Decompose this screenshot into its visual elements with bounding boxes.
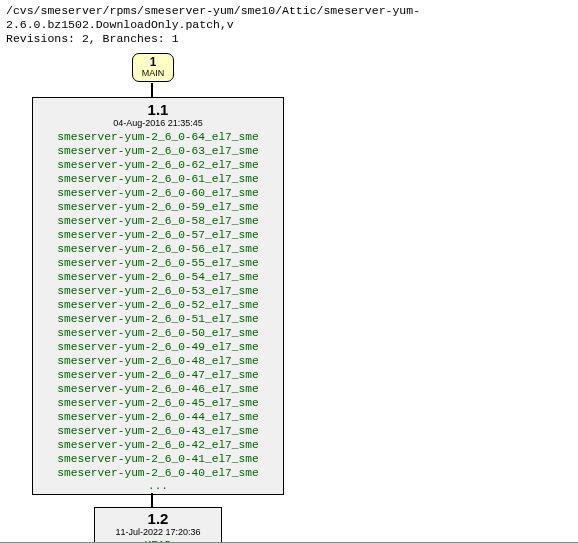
revision-date: 11-Jul-2022 17:20:36 xyxy=(101,528,215,538)
tag: smeserver-yum-2_6_0-49_el7_sme xyxy=(39,340,277,354)
branch-node-main[interactable]: 1 MAIN xyxy=(132,53,174,82)
revision-node-1-1[interactable]: 1.1 04-Aug-2016 21:35:45 smeserver-yum-2… xyxy=(32,97,284,494)
revision-date: 04-Aug-2016 21:35:45 xyxy=(39,119,277,129)
revision-number: 1.1 xyxy=(39,102,277,119)
tag: smeserver-yum-2_6_0-62_el7_sme xyxy=(39,158,277,172)
tag: smeserver-yum-2_6_0-50_el7_sme xyxy=(39,326,277,340)
tag: smeserver-yum-2_6_0-46_el7_sme xyxy=(39,382,277,396)
tag: smeserver-yum-2_6_0-56_el7_sme xyxy=(39,242,277,256)
tags-ellipsis: ... xyxy=(39,480,277,492)
connector-line xyxy=(151,83,153,97)
cvs-path: /cvs/smeserver/rpms/smeserver-yum/sme10/… xyxy=(6,4,572,32)
branch-name: MAIN xyxy=(137,69,169,78)
tag: smeserver-yum-2_6_0-44_el7_sme xyxy=(39,410,277,424)
tag: smeserver-yum-2_6_0-61_el7_sme xyxy=(39,172,277,186)
tag: smeserver-yum-2_6_0-47_el7_sme xyxy=(39,368,277,382)
tag: smeserver-yum-2_6_0-57_el7_sme xyxy=(39,228,277,242)
tag: smeserver-yum-2_6_0-48_el7_sme xyxy=(39,354,277,368)
revision-number: 1.2 xyxy=(101,511,215,528)
tag: smeserver-yum-2_6_0-60_el7_sme xyxy=(39,186,277,200)
revision-graph: 1 MAIN 1.1 04-Aug-2016 21:35:45 smeserve… xyxy=(0,47,578,543)
tag: smeserver-yum-2_6_0-41_el7_sme xyxy=(39,452,277,466)
tag: smeserver-yum-2_6_0-58_el7_sme xyxy=(39,214,277,228)
revision-node-1-2[interactable]: 1.2 11-Jul-2022 17:20:36 HEAD xyxy=(94,507,222,543)
tag: smeserver-yum-2_6_0-43_el7_sme xyxy=(39,424,277,438)
header: /cvs/smeserver/rpms/smeserver-yum/sme10/… xyxy=(0,0,578,47)
tag: smeserver-yum-2_6_0-64_el7_sme xyxy=(39,130,277,144)
tag: smeserver-yum-2_6_0-42_el7_sme xyxy=(39,438,277,452)
tag: smeserver-yum-2_6_0-45_el7_sme xyxy=(39,396,277,410)
tag: smeserver-yum-2_6_0-51_el7_sme xyxy=(39,312,277,326)
branch-number: 1 xyxy=(137,56,169,68)
tag: smeserver-yum-2_6_0-63_el7_sme xyxy=(39,144,277,158)
tag: smeserver-yum-2_6_0-55_el7_sme xyxy=(39,256,277,270)
revisions-summary: Revisions: 2, Branches: 1 xyxy=(6,32,572,46)
tag: smeserver-yum-2_6_0-59_el7_sme xyxy=(39,200,277,214)
connector-line xyxy=(151,493,153,507)
tag: smeserver-yum-2_6_0-53_el7_sme xyxy=(39,284,277,298)
tag-list: smeserver-yum-2_6_0-64_el7_smesmeserver-… xyxy=(39,130,277,480)
tag: smeserver-yum-2_6_0-54_el7_sme xyxy=(39,270,277,284)
tag: smeserver-yum-2_6_0-52_el7_sme xyxy=(39,298,277,312)
tag: smeserver-yum-2_6_0-40_el7_sme xyxy=(39,466,277,480)
